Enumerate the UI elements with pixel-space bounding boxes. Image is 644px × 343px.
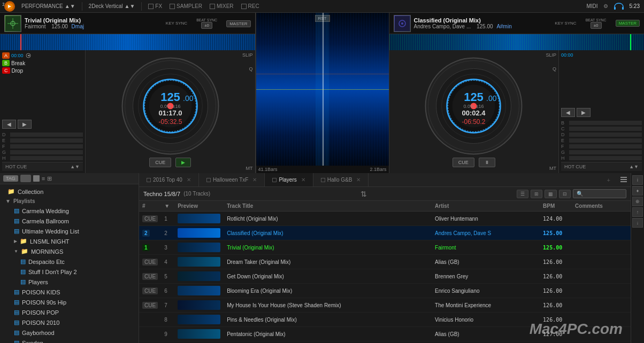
col-comments[interactable]: Comments — [572, 201, 631, 212]
col-artist[interactable]: Artist — [432, 201, 540, 212]
tab-halloween[interactable]: Halloween TxF ✕ — [199, 173, 265, 186]
rec-option[interactable]: REC — [241, 3, 259, 9]
sidebar-item-despacito[interactable]: ▤ Despacito Etc — [3, 256, 135, 267]
cover-view-btn[interactable]: ▦ — [545, 190, 557, 198]
left-master-btn[interactable]: MASTER — [226, 20, 250, 27]
sidebar-grid-btn[interactable]: ≡ — [42, 175, 45, 182]
sampler-checkbox[interactable] — [170, 4, 175, 9]
track-preview-cell[interactable] — [174, 327, 224, 341]
settings-icon[interactable]: ⚙ — [603, 3, 608, 9]
track-preview-cell[interactable] — [174, 341, 224, 344]
left-nav-next[interactable]: ▶ — [18, 120, 32, 129]
right-panel-btn-3[interactable]: ⊕ — [632, 197, 643, 206]
info-view-btn[interactable]: ⊟ — [559, 190, 571, 198]
headphone-icon[interactable] — [614, 3, 624, 10]
left-cue-play-btn[interactable]: CUE — [149, 158, 171, 167]
track-preview-cell[interactable] — [174, 284, 224, 298]
table-row[interactable]: CUE 7 My House Is Your House (Steve Shad… — [139, 298, 631, 313]
table-row[interactable]: 1 3 Trivial (Original Mix) Fairmont 125.… — [139, 240, 631, 255]
sidebar-item-ultimate-wedding[interactable]: ▤ Ultimate Wedding List — [3, 226, 135, 236]
sidebar-item-collection[interactable]: 📁 Collection — [3, 186, 135, 197]
tab-add-btn[interactable]: + — [603, 175, 615, 185]
track-order: 1 — [164, 216, 167, 222]
track-order: 6 — [164, 288, 167, 294]
right-sync-button[interactable]: ±0 — [591, 22, 602, 29]
sidebar-item-gayborhood[interactable]: ▤ Gayborhood — [3, 328, 135, 338]
right-panel-btn-2[interactable]: ♦ — [632, 186, 643, 196]
tab-hallo-gb[interactable]: Hallo G&B ✕ — [313, 173, 369, 186]
sort-button[interactable]: ⇅ — [361, 190, 367, 198]
sidebar-list-btn[interactable]: ⊞ — [47, 175, 52, 182]
right-master-button[interactable]: MASTER — [616, 20, 640, 27]
tab-2016-top40[interactable]: 2016 Top 40 ✕ — [139, 173, 199, 186]
track-list-header: Techno 15/8/7 (10 Tracks) ⇅ ☰ ⊞ ▦ ⊟ — [139, 187, 631, 201]
list-view-btn[interactable]: ☰ — [517, 190, 528, 198]
color-picker-btn[interactable] — [20, 175, 31, 182]
table-row[interactable]: CUE 5 Get Down (Original Mix) Brennen Gr… — [139, 269, 631, 284]
table-row[interactable]: CUE 1 Rotlicht (Original Mix) Oliver Hun… — [139, 212, 631, 226]
col-title[interactable]: Track Title — [224, 201, 432, 212]
track-artist: Alias (GB) — [435, 331, 459, 337]
track-preview-cell[interactable] — [174, 269, 224, 284]
performance-mode[interactable]: PERFORMANCE ▲▼ — [21, 3, 75, 9]
left-cue-btn-c[interactable]: C — [2, 67, 10, 74]
table-row[interactable]: CUE 4 Dream Taker (Original Mix) Alias (… — [139, 255, 631, 269]
right-panel-btn-5[interactable]: ↓ — [632, 218, 643, 228]
sampler-option[interactable]: SAMPLER — [170, 3, 202, 9]
table-row[interactable]: 8 Pins & Needles (Original Mix) Vinicius… — [139, 313, 631, 327]
right-nav-prev[interactable]: ◀ — [561, 108, 575, 117]
tab-options-btn[interactable] — [617, 176, 631, 184]
table-row[interactable]: CUE 6 Blooming Era (Original Mix) Enrico… — [139, 284, 631, 298]
track-comments-cell — [572, 284, 631, 298]
tab-players[interactable]: Players ✕ — [265, 173, 313, 186]
sidebar-item-poison-90s[interactable]: ▤ POISON 90s Hip — [3, 297, 135, 307]
right-panel-btn-4[interactable]: ↑ — [632, 207, 643, 217]
right-cue-play-btn[interactable]: CUE — [453, 158, 474, 167]
sidebar-toolbar: TAG ≡ ⊞ — [0, 173, 139, 184]
track-preview-cell[interactable] — [174, 255, 224, 269]
track-scroll-area[interactable]: # ▼ Preview Track Title Artist BPM Comme… — [139, 201, 631, 343]
left-sync-button[interactable]: ±0 — [201, 22, 212, 29]
table-row[interactable]: 2 2 Classified (Original Mix) Andres Cam… — [139, 226, 631, 240]
track-num-cell — [139, 327, 161, 341]
mixer-checkbox[interactable] — [210, 4, 215, 9]
track-order-cell: 5 — [161, 269, 174, 284]
left-play-btn[interactable]: ▶ — [175, 158, 191, 167]
col-order[interactable]: ▼ — [161, 201, 174, 212]
left-cue-btn-b[interactable]: B — [2, 60, 10, 66]
left-master-button[interactable]: MASTER — [226, 20, 250, 27]
sidebar-item-players[interactable]: ▤ Players — [3, 277, 135, 287]
sidebar-item-lnsml-night[interactable]: ▶ 📁 LNSML NIGHT — [3, 236, 135, 246]
fx-checkbox[interactable] — [148, 4, 154, 9]
right-panel-btn-1[interactable]: i — [632, 175, 643, 185]
grid-view-btn[interactable]: ⊞ — [531, 190, 542, 198]
track-preview-cell[interactable] — [174, 298, 224, 313]
track-search-input[interactable] — [573, 189, 626, 198]
track-preview-cell[interactable] — [174, 226, 224, 240]
sidebar-item-poison-2010[interactable]: ▤ POISON 2010 — [3, 317, 135, 328]
sidebar-view-btn[interactable] — [33, 175, 40, 182]
right-nav-next[interactable]: ▶ — [577, 108, 591, 117]
deck-mode[interactable]: 2Deck Vertical ▲▼ — [89, 3, 135, 9]
sidebar-item-stuff-dont-play[interactable]: ▤ Stuff I Don't Play 2 — [3, 267, 135, 277]
track-preview-cell[interactable] — [174, 212, 224, 226]
sidebar-item-sweden[interactable]: ▤ Sweden — [3, 338, 135, 343]
track-preview-cell[interactable] — [174, 313, 224, 327]
sidebar-item-poison-pop[interactable]: ▤ POISON POP — [3, 307, 135, 317]
left-cue-btn-a[interactable]: A — [2, 52, 10, 59]
sidebar-item-carmela-ballroom[interactable]: ▤ Carmela Ballroom — [3, 216, 135, 226]
list-tools: ☰ ⊞ ▦ ⊟ — [517, 189, 626, 198]
tag-btn[interactable]: TAG — [3, 175, 18, 182]
sidebar-item-carmela-wedding[interactable]: ▤ Carmela Wedding — [3, 206, 135, 216]
sidebar-item-mornings[interactable]: ▼ 📁 MORNINGS — [3, 246, 135, 256]
mixer-option[interactable]: MIXER — [210, 3, 234, 9]
col-bpm[interactable]: BPM — [540, 201, 572, 212]
table-row[interactable]: 10 NCT (Original Mix) KrizFade 129.00 — [139, 341, 631, 344]
right-pause-btn[interactable]: ⏸ — [479, 158, 495, 167]
sidebar-item-poison-kids[interactable]: ▤ POISON KIDS — [3, 287, 135, 297]
table-row[interactable]: 9 Pentatonic (Original Mix) Alias (GB) 1… — [139, 327, 631, 341]
fx-option[interactable]: FX — [148, 3, 162, 9]
left-nav-prev[interactable]: ◀ — [2, 120, 16, 129]
track-preview-cell[interactable] — [174, 240, 224, 255]
rec-checkbox[interactable] — [241, 4, 247, 9]
